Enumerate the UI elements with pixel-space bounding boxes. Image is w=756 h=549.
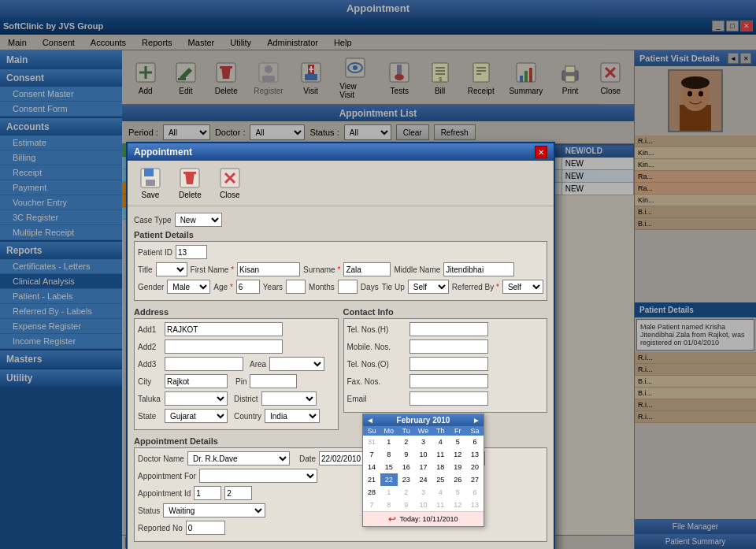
surname-input[interactable] — [343, 262, 391, 276]
cal-day[interactable]: 18 — [432, 461, 449, 473]
cal-day[interactable]: 24 — [415, 473, 432, 486]
add2-input[interactable] — [165, 339, 283, 354]
calendar-today-row[interactable]: ↩ Today: 10/11/2010 — [363, 511, 484, 526]
tieup-select[interactable]: Self — [408, 280, 449, 294]
cal-day[interactable]: 17 — [415, 461, 432, 473]
firstname-input[interactable] — [237, 262, 300, 276]
referred-by-select[interactable]: Self — [502, 280, 543, 294]
cal-header-su: Su — [363, 426, 380, 436]
patient-details-section-title: Patient Details — [134, 230, 547, 239]
cal-day[interactable]: 21 — [363, 473, 380, 486]
age-years-input[interactable] — [236, 280, 260, 294]
cal-day[interactable]: 12 — [449, 499, 466, 511]
fax-input[interactable] — [410, 374, 488, 388]
middle-name-input[interactable] — [443, 262, 514, 276]
telo-input[interactable] — [410, 357, 488, 371]
cal-day[interactable]: 10 — [415, 499, 432, 511]
title-select[interactable] — [156, 262, 187, 276]
cal-day[interactable]: 9 — [398, 499, 415, 511]
cal-day[interactable]: 14 — [363, 461, 380, 473]
age-months-input[interactable] — [286, 280, 306, 294]
calendar-prev-button[interactable]: ◄ — [366, 416, 374, 425]
surname-label: Surname * — [303, 265, 340, 274]
state-select[interactable]: Gujarat — [165, 409, 228, 423]
add2-label: Add2 — [138, 343, 161, 351]
cal-day[interactable]: 13 — [466, 448, 484, 461]
patient-id-input[interactable] — [176, 245, 207, 259]
email-input[interactable] — [410, 391, 488, 406]
appt-status-label: Status — [138, 506, 160, 515]
district-select[interactable] — [261, 391, 317, 406]
svg-rect-47 — [144, 169, 154, 176]
cal-day[interactable]: 13 — [466, 499, 484, 511]
mobile-input[interactable] — [410, 339, 488, 354]
cal-day[interactable]: 11 — [432, 499, 449, 511]
cal-day[interactable]: 23 — [398, 473, 415, 486]
telh-input[interactable] — [410, 322, 488, 336]
cal-day[interactable]: 6 — [466, 436, 484, 448]
cal-header-we: We — [415, 426, 432, 436]
years-label: Years — [263, 283, 283, 291]
fax-label: Fax. Nos. — [347, 377, 406, 386]
dialog-title-text: Appointment — [134, 147, 192, 158]
cal-day[interactable]: 5 — [449, 486, 466, 499]
days-label: Days — [361, 283, 379, 291]
dialog-delete-icon — [179, 167, 201, 189]
taluka-select[interactable] — [165, 391, 228, 406]
appt-id-input2[interactable] — [224, 486, 252, 500]
cal-day[interactable]: 1 — [380, 486, 398, 499]
age-days-input[interactable] — [338, 280, 358, 294]
cal-day[interactable]: 8 — [380, 499, 398, 511]
cal-day[interactable]: 7 — [363, 448, 380, 461]
cal-day[interactable]: 1 — [380, 436, 398, 448]
cal-day[interactable]: 28 — [363, 486, 380, 499]
dialog-save-button[interactable]: Save — [134, 164, 167, 202]
cal-header-fr: Fr — [449, 426, 466, 436]
case-type-select[interactable]: New Old — [175, 213, 222, 227]
cal-day[interactable]: 15 — [380, 461, 398, 473]
appt-id-input1[interactable] — [194, 486, 221, 500]
gender-select[interactable]: Male Female — [167, 280, 210, 294]
cal-day[interactable]: 25 — [432, 473, 449, 486]
cal-day[interactable]: 16 — [398, 461, 415, 473]
title-label: Title — [138, 265, 153, 274]
dialog-close-btn[interactable]: Close — [213, 164, 246, 202]
dialog-delete-button[interactable]: Delete — [173, 164, 207, 202]
cal-day[interactable]: 10 — [415, 448, 432, 461]
cal-day[interactable]: 27 — [466, 473, 484, 486]
cal-day[interactable]: 26 — [449, 473, 466, 486]
cal-day[interactable]: 9 — [398, 448, 415, 461]
city-label: City — [138, 377, 161, 386]
name-row: Title First Name * Surname * Middle Name — [138, 262, 543, 276]
add1-input[interactable] — [165, 322, 283, 336]
cal-day[interactable]: 19 — [449, 461, 466, 473]
appt-details-section-title: Appointment Details — [134, 436, 547, 446]
cal-day[interactable]: 2 — [398, 436, 415, 448]
cal-day-selected[interactable]: 22 — [380, 473, 398, 486]
area-select[interactable] — [269, 357, 324, 371]
cal-day[interactable]: 8 — [380, 448, 398, 461]
dialog-close-button[interactable]: ✕ — [535, 146, 547, 158]
dialog-close-btn-icon — [219, 167, 241, 189]
appt-status-select[interactable]: Waiting — [163, 503, 265, 517]
cal-day[interactable]: 5 — [449, 436, 466, 448]
pin-input[interactable] — [250, 374, 297, 388]
appt-for-select[interactable] — [199, 469, 317, 483]
cal-day[interactable]: 31 — [363, 436, 380, 448]
doctor-name-select[interactable]: Dr. R.k.Dave — [187, 451, 290, 466]
cal-day[interactable]: 3 — [415, 486, 432, 499]
cal-day[interactable]: 11 — [432, 448, 449, 461]
cal-day[interactable]: 4 — [432, 436, 449, 448]
add3-input[interactable] — [165, 357, 243, 371]
cal-day[interactable]: 7 — [363, 499, 380, 511]
calendar-next-button[interactable]: ► — [472, 416, 480, 425]
cal-day[interactable]: 20 — [466, 461, 484, 473]
city-input[interactable] — [165, 374, 228, 388]
reported-no-input[interactable] — [186, 521, 225, 535]
cal-day[interactable]: 4 — [432, 486, 449, 499]
country-select[interactable]: India — [265, 409, 320, 423]
cal-day[interactable]: 2 — [398, 486, 415, 499]
cal-day[interactable]: 12 — [449, 448, 466, 461]
cal-day[interactable]: 6 — [466, 486, 484, 499]
cal-day[interactable]: 3 — [415, 436, 432, 448]
